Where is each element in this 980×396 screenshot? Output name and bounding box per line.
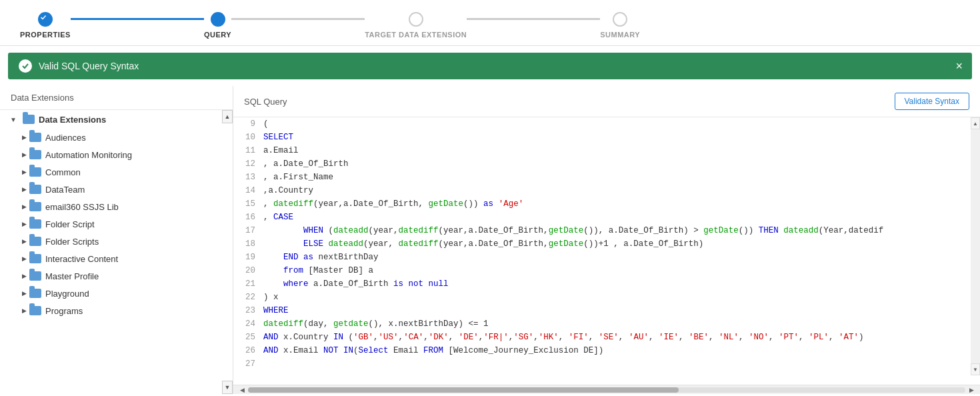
label-email360: email360 SSJS Lib — [45, 202, 119, 212]
code-line-24: 24 datediff(day, getdate(), x.nextBirthD… — [233, 317, 980, 331]
code-line-14: 14 ,a.Country — [233, 184, 980, 197]
expand-icon-common: ▶ — [19, 167, 29, 177]
label-programs: Programs — [45, 306, 83, 316]
expand-icon-playground: ▶ — [19, 288, 29, 299]
code-line-23: 23 WHERE — [233, 304, 980, 317]
label-interactive-content: Interactive Content — [45, 254, 118, 264]
tree-item-interactive-content[interactable]: ▶ Interactive Content — [19, 250, 233, 267]
code-line-21: 21 where a.Date_Of_Birth is not null — [233, 277, 980, 291]
expand-icon-audiences: ▶ — [19, 132, 29, 143]
tree-item-playground[interactable]: ▶ Playground — [19, 285, 233, 302]
code-line-15: 15 , datediff(year,a.Date_Of_Birth, getD… — [233, 197, 980, 211]
tree-item-audiences[interactable]: ▶ Audiences — [19, 129, 233, 146]
tree-children: ▶ Audiences ▶ Automation Monitoring ▶ Co… — [0, 129, 233, 319]
left-panel: Data Extensions ▲ ▼ Data Extensions ▶ Au… — [0, 86, 233, 394]
expand-icon-automation-monitoring: ▶ — [19, 149, 29, 160]
code-line-26: 26 AND x.Email NOT IN(Select Email FROM … — [233, 344, 980, 357]
step-label-properties: PROPERTIES — [20, 31, 71, 39]
code-line-17: 17 WHEN (dateadd(year,datediff(year,a.Da… — [233, 224, 980, 237]
folder-icon-datateam — [29, 185, 41, 194]
wizard-line-2 — [231, 18, 365, 20]
tree-item-folder-script[interactable]: ▶ Folder Script — [19, 215, 233, 233]
wizard-step-properties[interactable]: PROPERTIES — [20, 12, 71, 39]
tree-item-programs[interactable]: ▶ Programs — [19, 302, 233, 319]
label-folder-scripts: Folder Scripts — [45, 237, 99, 247]
code-scroll-track — [971, 129, 980, 363]
svg-point-0 — [39, 13, 47, 21]
code-scroll-up[interactable]: ▲ — [971, 117, 980, 129]
h-scroll-thumb — [248, 387, 679, 393]
label-automation-monitoring: Automation Monitoring — [45, 150, 132, 160]
success-icon — [19, 59, 32, 73]
label-folder-script: Folder Script — [45, 219, 95, 229]
tree-item-master-profile[interactable]: ▶ Master Profile — [19, 267, 233, 285]
alert-banner: Valid SQL Query Syntax × — [8, 53, 972, 79]
code-line-11: 11 a.Email — [233, 144, 980, 157]
step-circle-properties — [38, 12, 53, 27]
wizard-step-target[interactable]: TARGET DATA EXTENSION — [365, 12, 467, 39]
wizard-step-query[interactable]: QUERY — [204, 12, 231, 39]
step-label-query: QUERY — [204, 31, 231, 39]
tree-item-automation-monitoring[interactable]: ▶ Automation Monitoring — [19, 146, 233, 163]
main-content: Data Extensions ▲ ▼ Data Extensions ▶ Au… — [0, 86, 980, 394]
code-editor[interactable]: ▲ ▼ 9 ( 10 SELECT 11 a.Email — [233, 117, 980, 394]
step-circle-target — [409, 12, 423, 27]
wizard-step-summary[interactable]: SUMMARY — [600, 12, 640, 39]
code-line-12: 12 , a.Date_Of_Birth — [233, 157, 980, 171]
folder-icon-interactive-content — [29, 254, 41, 263]
code-table: 9 ( 10 SELECT 11 a.Email 12 , a.Date_Of_… — [233, 117, 980, 371]
code-line-13: 13 , a.First_Name — [233, 171, 980, 184]
folder-icon-folder-script — [29, 219, 41, 229]
code-scroll-down[interactable]: ▼ — [971, 363, 980, 375]
code-area[interactable]: ▲ ▼ 9 ( 10 SELECT 11 a.Email — [233, 117, 980, 385]
expand-icon-master-profile: ▶ — [19, 271, 29, 281]
code-line-22: 22 ) x — [233, 291, 980, 304]
tree-root-data-extensions[interactable]: ▼ Data Extensions — [0, 110, 233, 129]
horizontal-scrollbar[interactable]: ◀ ▶ — [233, 385, 980, 394]
folder-icon-email360 — [29, 202, 41, 211]
expand-icon-folder-script: ▶ — [19, 219, 29, 229]
tree-scroll-down[interactable]: ▼ — [222, 381, 233, 394]
label-common: Common — [45, 167, 81, 177]
alert-close-button[interactable]: × — [955, 60, 963, 72]
code-line-9: 9 ( — [233, 117, 980, 131]
wizard-line-3 — [467, 18, 600, 20]
code-line-10: 10 SELECT — [233, 131, 980, 144]
tree-item-email360[interactable]: ▶ email360 SSJS Lib — [19, 198, 233, 215]
root-folder-icon — [23, 115, 35, 124]
scroll-right-arrow[interactable]: ▶ — [965, 385, 977, 395]
code-line-18: 18 ELSE dateadd(year, datediff(year,a.Da… — [233, 237, 980, 251]
label-datateam: DataTeam — [45, 185, 85, 195]
step-circle-summary — [613, 12, 627, 27]
folder-icon-common — [29, 167, 41, 177]
code-line-16: 16 , CASE — [233, 211, 980, 224]
h-scroll-track[interactable] — [248, 387, 965, 393]
scroll-left-arrow[interactable]: ◀ — [236, 385, 248, 395]
expand-icon-interactive-content: ▶ — [19, 253, 29, 264]
code-line-25: 25 AND x.Country IN ('GB','US','CA','DK'… — [233, 331, 980, 344]
code-line-27: 27 — [233, 357, 980, 371]
tree-item-folder-scripts[interactable]: ▶ Folder Scripts — [19, 233, 233, 250]
tree-container[interactable]: ▲ ▼ Data Extensions ▶ Audiences ▶ Automa — [0, 110, 233, 394]
tree-scroll-up[interactable]: ▲ — [222, 110, 233, 123]
folder-icon-programs — [29, 306, 41, 315]
folder-icon-folder-scripts — [29, 237, 41, 246]
code-line-20: 20 from [Master DB] a — [233, 264, 980, 277]
tree-item-common[interactable]: ▶ Common — [19, 163, 233, 181]
label-master-profile: Master Profile — [45, 271, 99, 281]
step-label-summary: SUMMARY — [600, 31, 640, 39]
folder-icon-master-profile — [29, 271, 41, 281]
wizard-line-1 — [71, 18, 204, 20]
folder-icon-playground — [29, 289, 41, 298]
wizard-bar: PROPERTIES QUERY TARGET DATA EXTENSION S… — [0, 0, 980, 46]
label-playground: Playground — [45, 289, 89, 299]
root-label: Data Extensions — [39, 115, 106, 125]
code-line-19: 19 END as nextBirthDay — [233, 251, 980, 264]
validate-syntax-button[interactable]: Validate Syntax — [895, 93, 970, 110]
label-audiences: Audiences — [45, 133, 86, 143]
tree-item-datateam[interactable]: ▶ DataTeam — [19, 181, 233, 198]
alert-message: Valid SQL Query Syntax — [39, 61, 139, 71]
step-circle-query — [211, 12, 225, 27]
expand-icon-folder-scripts: ▶ — [19, 236, 29, 247]
data-extensions-header: Data Extensions — [0, 86, 233, 110]
